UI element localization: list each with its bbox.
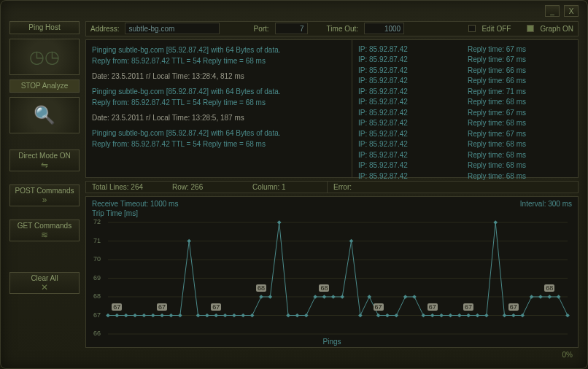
- ip-entry: IP: 85.92.87.42: [358, 160, 468, 171]
- svg-rect-45: [449, 314, 453, 318]
- svg-rect-24: [259, 295, 263, 299]
- svg-rect-7: [106, 314, 110, 318]
- svg-rect-14: [169, 314, 174, 318]
- svg-rect-28: [295, 314, 300, 318]
- minimize-button[interactable]: _: [545, 5, 560, 17]
- post-commands-label: POST Commands: [10, 187, 79, 195]
- ip-entry: IP: 85.92.87.42: [358, 76, 468, 87]
- y-tick: 72: [93, 218, 101, 225]
- y-tick: 70: [93, 255, 101, 263]
- svg-rect-54: [530, 295, 534, 299]
- address-input[interactable]: [125, 23, 220, 34]
- stop-analyze-button[interactable]: 🔍: [9, 97, 80, 133]
- log-line: Pinging subtle-bg.com [85.92.87.42] with…: [92, 86, 346, 97]
- svg-rect-52: [511, 314, 516, 318]
- interval-label: Interval: 300 ms: [520, 200, 572, 208]
- svg-rect-19: [214, 314, 218, 318]
- svg-rect-22: [241, 314, 245, 318]
- titlebar: _ X: [1, 1, 587, 21]
- svg-rect-36: [367, 295, 371, 299]
- svg-rect-27: [286, 314, 290, 318]
- svg-rect-56: [547, 295, 552, 299]
- ping-log[interactable]: Pinging subtle-bg.com [85.92.87.42] with…: [86, 40, 352, 177]
- svg-rect-8: [115, 314, 120, 318]
- address-bar: Address: Port: Time Out: Edit OFF Graph …: [85, 21, 579, 36]
- svg-rect-26: [277, 220, 282, 225]
- reply-entry: Reply time: 68 ms: [468, 139, 572, 150]
- timeout-input[interactable]: [364, 23, 404, 34]
- port-input[interactable]: [275, 23, 308, 34]
- svg-rect-17: [196, 314, 201, 318]
- timeout-label: Time Out:: [327, 25, 359, 33]
- svg-rect-32: [331, 295, 336, 299]
- footer: 0%: [1, 348, 587, 361]
- svg-rect-57: [557, 295, 561, 299]
- direct-mode-label: Direct Mode ON: [10, 152, 79, 160]
- graph-checkbox[interactable]: [527, 25, 534, 32]
- close-icon: ✕: [10, 282, 79, 292]
- clear-all-label: Clear All: [10, 274, 79, 282]
- data-label: 68: [544, 284, 554, 292]
- reply-entry: Reply time: 66 ms: [468, 76, 572, 87]
- svg-rect-55: [538, 295, 543, 299]
- log-line: Reply from: 85.92.87.42 TTL = 54 Reply t…: [92, 97, 346, 108]
- svg-rect-30: [313, 295, 317, 299]
- reply-entry: Reply time: 68 ms: [468, 160, 572, 171]
- chevron-right-icon: »: [10, 195, 79, 205]
- svg-rect-33: [340, 295, 344, 299]
- main-area: Ping Host ◷◷ STOP Analyze 🔍 Direct Mode …: [1, 21, 587, 348]
- data-label: 68: [256, 284, 266, 292]
- edit-label: Edit OFF: [481, 25, 511, 33]
- svg-rect-46: [457, 314, 462, 318]
- svg-rect-34: [349, 239, 354, 244]
- status-total-lines: Total Lines: 264: [86, 183, 166, 191]
- graph-panel: Receive Timeout: 1000 ms Interval: 300 m…: [85, 196, 579, 348]
- edit-checkbox[interactable]: [468, 25, 476, 32]
- ping-host-button[interactable]: ◷◷: [9, 39, 80, 75]
- log-line: Date: 23.5.2011 г/ Local Time: 13:28:4, …: [92, 71, 346, 82]
- close-button[interactable]: X: [564, 5, 579, 17]
- chart-ylabel: Trip Time [ms]: [92, 209, 572, 217]
- svg-rect-41: [412, 295, 417, 299]
- reply-time-column: Reply time: 67 msReply time: 67 msReply …: [468, 44, 572, 173]
- reply-list[interactable]: IP: 85.92.87.42IP: 85.92.87.42IP: 85.92.…: [352, 40, 578, 177]
- svg-rect-16: [187, 239, 191, 244]
- clear-all-button[interactable]: Clear All ✕: [9, 272, 80, 294]
- reply-entry: Reply time: 68 ms: [468, 118, 572, 129]
- status-row: Row: 266: [166, 183, 247, 191]
- direct-mode-button[interactable]: Direct Mode ON ⇋: [9, 149, 80, 171]
- clock-icon: ◷◷: [29, 47, 60, 67]
- svg-rect-13: [160, 314, 164, 318]
- receive-timeout-label: Receive Timeout: 1000 ms: [92, 200, 178, 208]
- reply-entry: Reply time: 67 ms: [468, 108, 572, 119]
- status-bar: Total Lines: 264 Row: 266 Column: 1 Erro…: [85, 181, 579, 193]
- reply-entry: Reply time: 67 ms: [468, 44, 572, 55]
- svg-rect-10: [133, 314, 137, 318]
- app-window: _ X Ping Host ◷◷ STOP Analyze 🔍 Direct M…: [0, 0, 588, 369]
- get-commands-label: GET Commands: [10, 222, 79, 230]
- svg-rect-58: [565, 314, 570, 318]
- content: Address: Port: Time Out: Edit OFF Graph …: [85, 21, 579, 348]
- magnifier-icon: 🔍: [34, 105, 55, 125]
- svg-rect-38: [385, 314, 390, 318]
- log-line: Reply from: 85.92.87.42 TTL = 54 Reply t…: [92, 55, 346, 66]
- reply-entry: Reply time: 71 ms: [468, 87, 572, 98]
- svg-rect-42: [422, 314, 426, 318]
- stop-analyze-label: STOP Analyze: [9, 79, 80, 93]
- svg-rect-50: [493, 220, 498, 225]
- chart-xlabel: Pings: [92, 338, 572, 346]
- post-commands-button[interactable]: POST Commands »: [9, 184, 80, 206]
- data-label: 67: [374, 303, 384, 311]
- get-commands-button[interactable]: GET Commands ≋: [9, 220, 80, 241]
- data-label: 67: [463, 303, 473, 311]
- y-tick: 71: [93, 237, 101, 244]
- svg-rect-21: [232, 314, 236, 318]
- ip-entry: IP: 85.92.87.42: [358, 55, 468, 66]
- trip-time-chart: 6667686970717267676768686767676768: [92, 219, 572, 338]
- log-line: Pinging subtle-bg.com [85.92.87.42] with…: [92, 44, 346, 55]
- graph-label: Graph ON: [540, 25, 573, 33]
- svg-rect-53: [520, 314, 525, 318]
- svg-rect-29: [304, 314, 309, 318]
- sidebar: Ping Host ◷◷ STOP Analyze 🔍 Direct Mode …: [9, 21, 80, 348]
- ip-entry: IP: 85.92.87.42: [358, 66, 468, 77]
